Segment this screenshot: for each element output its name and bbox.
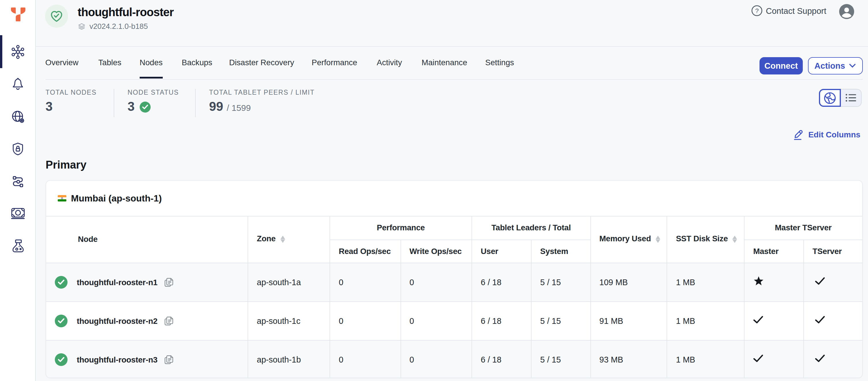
svg-text:?: ? [755,7,758,15]
